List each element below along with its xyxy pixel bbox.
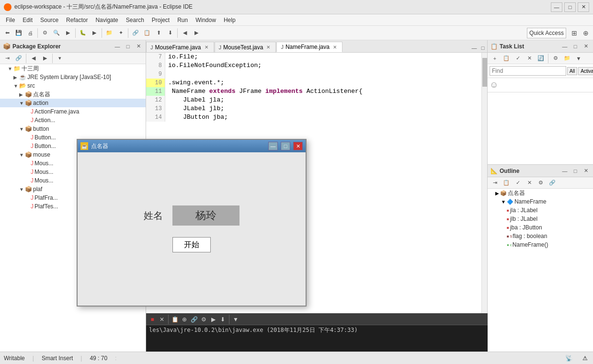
menu-search[interactable]: Search [122,16,148,24]
editor-minimize-btn[interactable]: — [470,44,479,52]
task-tb-btn3[interactable]: ✓ [513,53,523,64]
pkg-view-menu-btn[interactable]: ▾ [55,53,65,64]
tab-close-icon[interactable]: ✕ [265,45,272,50]
menu-edit[interactable]: Edit [19,16,36,24]
task-tb-btn6[interactable]: ⚙ [550,53,561,64]
close-panel-btn[interactable]: ✕ [134,42,143,51]
console-tb7[interactable]: ⬇ [218,315,227,324]
menu-project[interactable]: Project [148,16,173,24]
quick-access-box[interactable]: Quick Access [527,28,566,38]
console-tb6[interactable]: ▶ [209,315,217,324]
tb-btn-11[interactable]: 🔗 [130,28,141,38]
pkg-forward-btn[interactable]: ▶ [40,53,50,64]
status-rss-btn[interactable]: 📡 [564,354,573,363]
outline-tb3[interactable]: ✓ [513,178,523,188]
tree-item-action[interactable]: ▼ 📦 action [0,99,146,107]
link-editor-btn[interactable]: 🔗 [13,53,24,64]
close-button[interactable]: ✕ [578,2,589,12]
tab-nameframe[interactable]: J NameFrame.java ✕ [276,42,342,52]
task-close-btn[interactable]: ✕ [582,42,590,51]
tree-item-button[interactable]: ▼ 📦 button [0,125,146,133]
minimize-button[interactable]: — [551,2,562,12]
outline-tb1[interactable]: ⇥ [490,178,500,188]
task-tb-btn8[interactable]: ▼ [573,53,584,64]
outline-jba[interactable]: ■ jba : JButton [488,223,593,232]
outline-close-btn[interactable]: ✕ [582,167,590,175]
task-tb-btn1[interactable]: + [490,53,500,64]
task-tb-btn2[interactable]: 📋 [501,53,512,64]
collapse-all-btn[interactable]: ⇥ [2,53,12,64]
tree-item-root[interactable]: ▼ 📁 十三周 [0,64,146,73]
task-minimize-btn[interactable]: — [560,42,569,51]
tree-item-action2[interactable]: J Action... [0,116,146,125]
tb-btn-14[interactable]: ⬇ [165,28,175,38]
tb-btn-5[interactable]: 🔍 [51,28,62,38]
minimize-panel-btn[interactable]: — [113,42,122,51]
task-filter-activa-btn[interactable]: Activa... [578,67,593,75]
perspective-btn[interactable]: ⊞ [569,28,580,38]
outline-tb4[interactable]: ✕ [524,178,535,188]
dialog-close-btn[interactable]: ✕ [293,142,303,150]
console-tb5[interactable]: ⚙ [199,315,208,324]
tb-btn-2[interactable]: 💾 [13,28,24,38]
tree-item-naming[interactable]: ▶ 📦 点名器 [0,90,146,99]
task-tb-btn4[interactable]: ✕ [524,53,535,64]
outline-tb2[interactable]: 📋 [501,178,512,188]
tab-close-icon[interactable]: ✕ [203,45,210,50]
editor-maximize-btn[interactable]: □ [479,44,487,52]
tb-btn-8[interactable]: ▶ [89,28,100,38]
tb-btn-16[interactable]: ▶ [191,28,202,38]
tb-btn-12[interactable]: 📋 [142,28,152,38]
tb-btn-7[interactable]: 🐛 [78,28,88,38]
outline-flag[interactable]: ■ s flag : boolean [488,232,593,240]
menu-help[interactable]: Help [220,16,239,24]
vscrollbar-thumb[interactable] [482,58,487,87]
editor-vscrollbar[interactable] [481,53,487,345]
tab-mousetest[interactable]: J MouseTest.java ✕ [215,42,276,52]
tb-btn-1[interactable]: ⬅ [2,28,12,38]
console-tb1[interactable]: ✕ [158,315,166,324]
maximize-button[interactable]: □ [564,2,576,12]
outline-tb5[interactable]: ⚙ [536,178,546,188]
outline-tb6[interactable]: 🔗 [547,178,558,188]
console-tb2[interactable]: 📋 [171,315,179,324]
tree-item-jre[interactable]: ▶ ☕ JRE System Library [JavaSE-10] [0,73,146,81]
tb-btn-4[interactable]: ⚙ [40,28,50,38]
outline-jla[interactable]: ■ jla : JLabel [488,206,593,215]
task-tb-btn7[interactable]: 📁 [562,53,572,64]
outline-naming-pkg[interactable]: ▶ 📦 点名器 [488,189,593,197]
pkg-back-btn[interactable]: ◀ [28,53,39,64]
menu-run[interactable]: Run [173,16,192,24]
dialog-maximize-btn[interactable]: □ [281,142,290,150]
menu-window[interactable]: Window [192,16,220,24]
tab-close-icon[interactable]: ✕ [331,45,338,50]
tree-item-src[interactable]: ▼ 📂 src [0,81,146,90]
console-tb4[interactable]: 🔗 [190,315,198,324]
tree-item-actionframe[interactable]: J ActionFrame.java [0,107,146,116]
outline-constructor[interactable]: ● c NameFrame() [488,240,593,249]
stop-btn[interactable]: ■ [148,315,157,324]
tb-btn-6[interactable]: ▶ [63,28,73,38]
menu-refactor[interactable]: Refactor [62,16,91,24]
menu-navigate[interactable]: Navigate [91,16,122,24]
outline-jlb[interactable]: ■ jlb : JLabel [488,215,593,223]
task-maximize-btn[interactable]: □ [571,42,580,51]
outline-nameframe-class[interactable]: ▼ 🔷 NameFrame [488,197,593,206]
task-filter-all-btn[interactable]: All [567,67,577,75]
outline-maximize-btn[interactable]: □ [571,167,580,175]
dialog-minimize-btn[interactable]: — [268,142,278,150]
tb-btn-10[interactable]: ✦ [115,28,126,38]
tb-btn-9[interactable]: 📁 [104,28,114,38]
maximize-panel-btn[interactable]: □ [124,42,132,51]
tab-mouseframe[interactable]: J MouseFrame.java ✕ [146,42,214,52]
task-tb-btn5[interactable]: 🔄 [536,53,546,64]
console-tb3[interactable]: ⊕ [180,315,189,324]
menu-source[interactable]: Source [36,16,62,24]
tb-btn-3[interactable]: 🖨 [25,28,35,38]
outline-minimize-btn[interactable]: — [560,167,569,175]
tb-btn-13[interactable]: ⬆ [153,28,164,38]
console-tb8[interactable]: ▼ [231,315,240,324]
open-perspective-btn[interactable]: ⊕ [581,28,591,38]
menu-file[interactable]: File [2,16,19,24]
tb-btn-15[interactable]: ◀ [180,28,190,38]
